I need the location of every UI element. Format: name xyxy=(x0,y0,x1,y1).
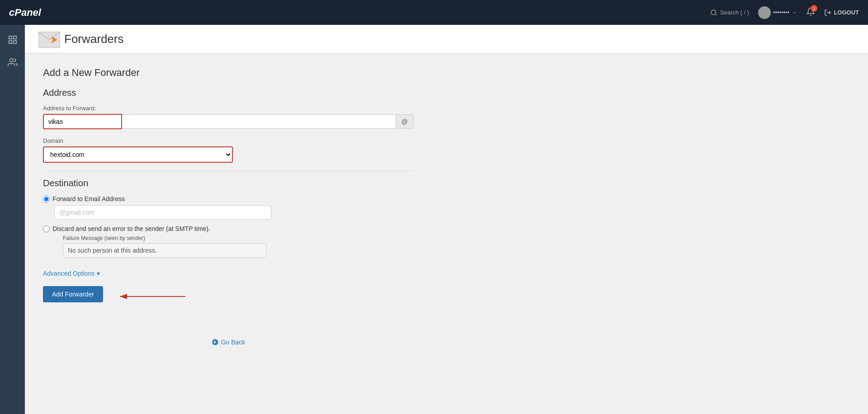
discard-radio[interactable] xyxy=(43,226,50,232)
discard-radio-label[interactable]: Discard and send an error to the sender … xyxy=(43,225,414,232)
notification-button[interactable]: 1 xyxy=(806,7,815,18)
logout-button[interactable]: LOGOUT xyxy=(824,9,859,16)
notification-badge: 1 xyxy=(811,5,817,12)
address-section-title: Address xyxy=(43,88,414,98)
sidebar xyxy=(0,25,25,414)
address-to-forward-label: Address to Forward: xyxy=(43,105,414,112)
domain-group: Domain hextoid.com xyxy=(43,137,414,163)
sidebar-item-grid[interactable] xyxy=(0,29,25,50)
forward-email-radio[interactable] xyxy=(43,196,50,202)
forwarders-icon xyxy=(38,32,57,46)
address-domain-input[interactable] xyxy=(122,114,396,129)
users-icon xyxy=(8,57,18,67)
destination-section-title: Destination xyxy=(43,178,414,188)
annotation-arrow xyxy=(115,290,188,303)
address-to-forward-group: Address to Forward: @ xyxy=(43,105,414,129)
address-to-forward-input[interactable] xyxy=(43,114,122,129)
search-label: Search ( / ) xyxy=(720,9,749,16)
grid-icon xyxy=(8,35,18,45)
advanced-options-link[interactable]: Advanced Options ▾ xyxy=(43,270,100,277)
logout-label: LOGOUT xyxy=(834,9,859,16)
discard-radio-text: Discard and send an error to the sender … xyxy=(52,225,210,232)
forward-email-radio-group: Forward to Email Address xyxy=(43,195,414,220)
user-dropdown[interactable]: •••••••• xyxy=(758,6,797,19)
svg-point-0 xyxy=(711,10,716,15)
advanced-options-toggle[interactable]: Advanced Options ▾ xyxy=(43,263,414,286)
go-back-icon xyxy=(212,339,219,346)
go-back-link[interactable]: Go Back xyxy=(212,339,245,346)
discard-radio-group: Discard and send an error to the sender … xyxy=(43,225,414,258)
search-box[interactable]: Search ( / ) xyxy=(710,9,749,16)
failure-message-label: Failure Message (seen by sender) xyxy=(63,235,414,241)
svg-rect-6 xyxy=(9,40,11,43)
domain-select[interactable]: hextoid.com xyxy=(43,146,233,163)
search-icon xyxy=(710,9,717,16)
failure-message-input[interactable] xyxy=(63,243,266,258)
svg-rect-4 xyxy=(13,36,16,38)
page-title: Forwarders xyxy=(64,32,123,46)
user-name: •••••••• xyxy=(773,9,789,16)
avatar xyxy=(758,6,771,19)
top-navigation: cPanel Search ( / ) •••••••• 1 xyxy=(0,0,868,25)
svg-line-1 xyxy=(715,14,717,15)
at-symbol: @ xyxy=(396,114,414,129)
svg-point-7 xyxy=(9,58,13,61)
form-title: Add a New Forwarder xyxy=(43,67,414,79)
svg-rect-3 xyxy=(9,36,11,38)
cpanel-logo: cPanel xyxy=(9,7,41,19)
advanced-options-label: Advanced Options xyxy=(43,270,94,277)
add-forwarder-button[interactable]: Add Forwarder xyxy=(43,286,103,302)
chevron-down-icon: ▾ xyxy=(97,270,100,277)
go-back-label: Go Back xyxy=(221,339,245,346)
page-header: Forwarders xyxy=(25,25,868,53)
sidebar-item-users[interactable] xyxy=(0,52,25,72)
domain-label: Domain xyxy=(43,137,414,144)
email-forward-input[interactable] xyxy=(54,205,271,220)
go-back-section: Go Back xyxy=(43,339,414,361)
forward-email-label[interactable]: Forward to Email Address xyxy=(43,195,414,202)
svg-rect-5 xyxy=(13,40,16,43)
logout-icon xyxy=(824,9,831,16)
forward-email-text: Forward to Email Address xyxy=(52,195,125,202)
chevron-down-icon xyxy=(792,10,797,15)
add-forwarder-container: Add Forwarder xyxy=(43,286,103,311)
